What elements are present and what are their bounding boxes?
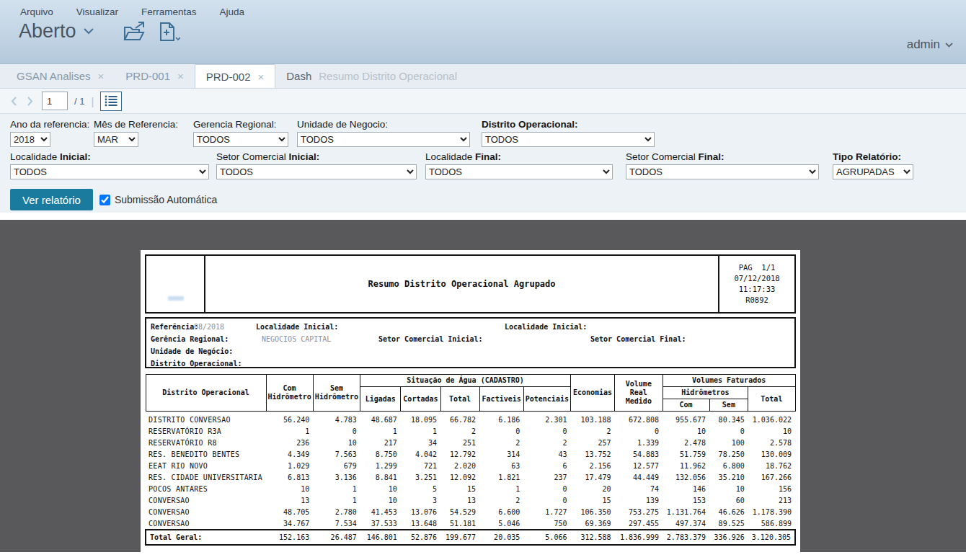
cell-value: 213 [748,494,795,506]
menu-bar: Arquivo Visualizar Ferramentas Ajuda [0,0,966,17]
cell-value: 13 [440,494,479,506]
cell-value: 13.076 [401,506,440,517]
report-logo [146,256,205,312]
col-volume-real: Volume Real Medido [615,375,663,412]
cell-value: 2 [479,494,523,506]
meta-unidade-label: Unidade de Negócio: [151,347,233,355]
menu-ajuda[interactable]: Ajuda [220,6,245,17]
cell-distrito: POCOS ANTARES [146,483,266,494]
cell-value: 60 [709,494,748,506]
parameters-panel-button[interactable] [100,92,122,111]
cell-value: 0 [523,483,570,494]
close-icon[interactable]: × [177,70,184,82]
cell-value: 48.687 [360,412,401,426]
user-menu-label: admin [907,37,940,52]
menu-arquivo[interactable]: Arquivo [20,6,53,17]
distrito-operacional-select[interactable]: TODOS [482,132,655,147]
open-dropdown-label: Aberto [19,20,76,43]
cell-value: 48.705 [266,506,313,517]
cell-value: 1.131.764 [663,506,709,517]
table-row: RESERVATÓRIO R3A10112002010010 [146,425,795,437]
cell-value: 237 [523,471,570,483]
open-folder-icon[interactable] [123,22,146,42]
user-menu[interactable]: admin [907,37,953,52]
total-value: 1.836.999 [615,530,663,545]
tab-dash[interactable]: Dash [275,64,314,88]
cell-value: 10 [663,425,709,437]
next-page-icon[interactable] [25,94,35,108]
close-icon[interactable]: × [257,71,264,83]
report-header: Resumo Distrito Operacional Agrupado PAG… [145,254,796,314]
cell-value: 44.449 [615,471,663,483]
tab-bar: GSAN Analises × PRD-001 × PRD-002 × Dash… [0,64,966,89]
cell-value: 103.188 [570,412,614,426]
cell-value: 6.186 [479,412,523,426]
gerencia-regional-select[interactable]: TODOS [193,132,288,147]
cell-value: 5 [401,483,440,494]
cell-value: 0 [523,425,570,437]
table-row: RESERVATÓRIO R82361021734251222571.3392.… [146,437,795,448]
cell-value: 146 [663,483,709,494]
cell-value: 6.600 [479,506,523,517]
tab-prd-001[interactable]: PRD-001 × [115,64,194,88]
setor-comercial-inicial-select[interactable]: TODOS [216,164,417,179]
cell-value: 217 [360,437,401,448]
localidade-final-select[interactable]: TODOS [425,164,613,179]
meta-gerencia-label: Gerência Regional: [151,335,229,343]
tipo-relatorio-select[interactable]: AGRUPADAS [833,164,913,179]
table-row: EEAT RIO NOVO1.0296791.2997212.0206362.1… [146,460,795,471]
table-row: RES. BENEDITO BENTES4.3497.5638.7504.042… [146,448,795,460]
cell-distrito: RESERVATÓRIO R8 [146,437,266,448]
cell-value: 17.479 [570,471,614,483]
menu-visualizar[interactable]: Visualizar [76,6,118,17]
cell-value: 10 [360,483,401,494]
previous-page-icon[interactable] [9,94,19,108]
cell-value: 8.750 [360,448,401,460]
cell-value: 2.301 [523,412,570,426]
mes-referencia-select[interactable]: MAR [94,132,138,147]
cell-distrito: CONVERSAO [146,494,266,506]
cell-value: 46.626 [709,506,748,517]
close-icon[interactable]: × [98,70,105,82]
setor-comercial-final-select[interactable]: TODOS [626,164,819,179]
ano-referencia-select[interactable]: 2018 [10,132,50,147]
submissao-automatica-checkbox[interactable] [99,195,110,205]
total-row: Total Geral: 152.16326.487146.80152.8761… [146,530,795,545]
cell-value: 12.577 [615,460,663,471]
cell-value: 3 [401,494,440,506]
meta-distrito-label: Distrito Operacional: [151,360,241,368]
total-value: 3.120.305 [748,530,795,545]
col-potenciais: Potenciais [523,387,570,412]
meta-setor-final-label: Setor Comercial Final: [590,335,686,343]
cell-value: 54.883 [615,448,663,460]
ver-relatorio-button[interactable]: Ver relatório [10,189,93,210]
cell-value: 7.563 [313,448,360,460]
localidade-inicial-select[interactable]: TODOS [10,164,209,179]
cell-value: 2 [440,425,479,437]
cell-distrito: CONVERSAO [146,506,266,517]
pager-toolbar: / 1 | [0,89,966,114]
cell-value: 10 [748,425,795,437]
tab-gsan-analises[interactable]: GSAN Analises × [6,64,115,88]
open-dropdown-button[interactable]: Aberto [19,20,94,43]
col-group-volumes-faturados: Volumes Faturados [663,375,795,387]
cell-value: 236 [266,437,313,448]
cell-value: 66.782 [440,412,479,426]
tab-label: Dash [286,70,311,82]
page-number-input[interactable] [42,92,68,110]
unidade-negocio-select[interactable]: TODOS [297,132,470,147]
cell-value: 3.251 [401,471,440,483]
cell-value: 2.578 [748,437,795,448]
total-value: 152.163 [266,530,313,545]
toolbar-divider: | [91,95,94,107]
report-time: 11:17:33 [739,284,776,295]
cell-value: 11.962 [663,460,709,471]
menu-ferramentas[interactable]: Ferramentas [141,6,197,17]
new-document-icon[interactable] [159,22,180,42]
col-vf-com: Com [663,399,709,412]
cell-value: 0 [479,425,523,437]
table-row: POCOS ANTARES1011051510207414610156 [146,483,795,494]
cell-value: 251 [440,437,479,448]
tab-prd-002[interactable]: PRD-002 × [195,64,275,88]
col-sem-hidrometro: Sem Hidrômetro [313,375,360,412]
